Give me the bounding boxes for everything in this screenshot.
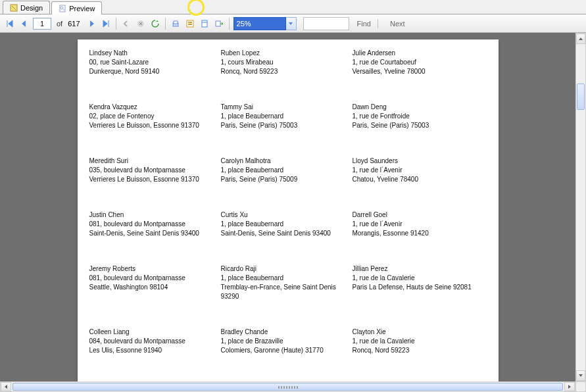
toolbar: of 617 25% Find Next <box>0 14 586 33</box>
preview-icon <box>59 5 66 12</box>
address-card: Clayton Xie1, rue de la CavalerieRoncq, … <box>353 328 484 355</box>
tab-design[interactable]: Design <box>3 1 50 14</box>
tab-preview[interactable]: Preview <box>51 1 102 14</box>
address-line1: 081, boulevard du Montparnasse <box>89 220 221 229</box>
horizontal-scrollbar[interactable] <box>0 381 575 392</box>
person-name: Meredith Suri <box>89 157 221 166</box>
address-card: Carolyn Malhotra1, place BeaubernardPari… <box>221 157 353 184</box>
scroll-right-button[interactable] <box>564 382 575 391</box>
tab-design-label: Design <box>20 4 43 12</box>
address-line2: Les Ulis, Essonne 91940 <box>89 346 221 355</box>
address-line2: Versailles, Yveline 78000 <box>353 67 484 76</box>
svg-rect-5 <box>174 21 178 24</box>
person-name: Julie Andersen <box>353 49 484 58</box>
design-icon <box>10 4 18 12</box>
address-line1: 1, rue de la Cavalerie <box>353 274 484 283</box>
scroll-up-button[interactable] <box>576 34 585 44</box>
address-card: Justin Chen081, boulevard du Montparnass… <box>89 210 221 238</box>
address-card: Lindsey Nath00, rue Saint-LazareDunkerqu… <box>89 49 221 76</box>
record-row: Justin Chen081, boulevard du Montparnass… <box>89 210 487 238</box>
person-name: Ruben Lopez <box>221 49 353 58</box>
address-line1: 1, place Beaubernard <box>221 166 353 175</box>
record-row: Lindsey Nath00, rue Saint-LazareDunkerqu… <box>89 49 487 76</box>
scroll-down-button[interactable] <box>576 370 585 381</box>
report-viewport[interactable]: Lindsey Nath00, rue Saint-LazareDunkerqu… <box>0 33 575 381</box>
address-line2: Seattle, Washington 98104 <box>89 283 221 292</box>
person-name: Curtis Xu <box>221 210 353 220</box>
address-card: Darrell Goel1, rue de l´AvenirMorangis, … <box>353 210 484 238</box>
address-line1: 084, boulevard du Montparnasse <box>89 337 221 346</box>
separator <box>165 18 166 30</box>
find-button[interactable]: Find <box>357 20 371 28</box>
address-card: Bradley Chande1, place de BrazavilleColo… <box>221 328 353 355</box>
back-button[interactable] <box>120 18 132 30</box>
separator <box>378 19 378 28</box>
address-line2: Saint-Denis, Seine Saint Denis 93400 <box>89 229 221 238</box>
person-name: Colleen Liang <box>89 328 221 337</box>
next-page-button[interactable] <box>85 18 97 30</box>
zoom-select[interactable]: 25% <box>233 17 286 30</box>
address-card: Kendra Vazquez02, place de FontenoyVerri… <box>89 103 221 130</box>
address-card: Ricardo Raji1, place BeaubernardTremblay… <box>221 264 353 301</box>
record-row: Jeremy Roberts081, boulevard du Montparn… <box>89 264 487 301</box>
person-name: Darrell Goel <box>353 210 484 220</box>
address-line2: Saint-Denis, Seine Saint Denis 93400 <box>221 229 353 238</box>
address-line2: Tremblay-en-France, Seine Saint Denis 93… <box>221 283 353 301</box>
find-input[interactable] <box>303 17 349 30</box>
prev-page-button[interactable] <box>18 18 30 30</box>
person-name: Tammy Sai <box>221 103 353 112</box>
print-layout-button[interactable] <box>184 18 196 30</box>
address-card: Colleen Liang084, boulevard du Montparna… <box>89 328 221 355</box>
address-line2: Colomiers, Garonne (Haute) 31770 <box>221 346 353 355</box>
address-card: Dawn Deng1, rue de FontfroideParis, Sein… <box>353 103 484 130</box>
scroll-track[interactable] <box>576 44 585 370</box>
scroll-thumb[interactable] <box>12 383 563 391</box>
print-button[interactable] <box>170 18 182 30</box>
address-line1: 1, rue de Courtaboeuf <box>353 58 484 67</box>
of-label: of <box>57 20 62 28</box>
address-line1: 081, boulevard du Montparnasse <box>89 274 221 283</box>
find-next-button[interactable]: Next <box>390 20 405 28</box>
tab-bar: Design Preview <box>0 0 586 14</box>
person-name: Jeremy Roberts <box>89 264 221 274</box>
address-line1: 00, rue Saint-Lazare <box>89 58 221 67</box>
address-line1: 1, rue de Fontfroide <box>353 112 484 121</box>
zoom-dropdown-button[interactable] <box>286 17 297 30</box>
address-line2: Paris, Seine (Paris) 75003 <box>221 121 353 130</box>
stop-button[interactable] <box>135 18 147 30</box>
person-name: Jillian Perez <box>353 264 484 274</box>
record-row: Kendra Vazquez02, place de FontenoyVerri… <box>89 103 487 130</box>
address-line1: 035, boulevard du Montparnasse <box>89 166 221 175</box>
person-name: Lindsey Nath <box>89 49 221 58</box>
page-input[interactable] <box>33 18 51 30</box>
scroll-track[interactable] <box>11 382 564 391</box>
zoom-value: 25% <box>237 20 251 28</box>
scroll-corner <box>575 381 586 392</box>
address-line2: Chatou, Yveline 78400 <box>353 175 484 184</box>
page-setup-button[interactable] <box>199 18 210 30</box>
export-button[interactable] <box>213 18 225 30</box>
svg-rect-10 <box>216 21 220 26</box>
scroll-thumb[interactable] <box>577 84 585 110</box>
person-name: Clayton Xie <box>353 328 484 337</box>
scroll-left-button[interactable] <box>1 382 11 391</box>
report-page: Lindsey Nath00, rue Saint-LazareDunkerqu… <box>78 39 499 381</box>
address-line1: 02, place de Fontenoy <box>89 112 221 121</box>
tab-preview-label: Preview <box>69 5 95 12</box>
address-line1: 1, rue de l´Avenir <box>353 166 484 175</box>
first-page-button[interactable] <box>4 18 16 30</box>
address-line1: 1, place Beaubernard <box>221 220 353 229</box>
last-page-button[interactable] <box>100 18 112 30</box>
refresh-button[interactable] <box>149 18 161 30</box>
address-card: Jillian Perez1, rue de la CavalerieParis… <box>353 264 484 301</box>
address-line2: Verrieres Le Buisson, Essonne 91370 <box>89 175 221 184</box>
address-line2: Paris La Defense, Hauts de Seine 92081 <box>353 283 484 292</box>
person-name: Ricardo Raji <box>221 264 353 274</box>
vertical-scrollbar[interactable] <box>575 33 586 381</box>
address-line1: 1, cours Mirabeau <box>221 58 353 67</box>
person-name: Justin Chen <box>89 210 221 220</box>
address-card: Ruben Lopez1, cours MirabeauRoncq, Nord … <box>221 49 353 76</box>
address-line2: Paris, Seine (Paris) 75003 <box>353 121 484 130</box>
total-pages: 617 <box>68 20 80 28</box>
address-line1: 1, rue de la Cavalerie <box>353 337 484 346</box>
